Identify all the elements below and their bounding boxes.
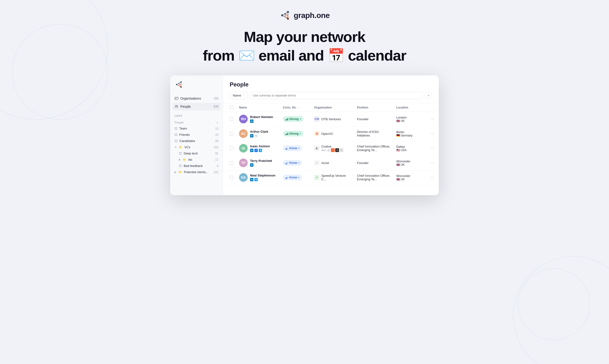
- drag-handle-icon: [179, 152, 182, 155]
- person-cell: RH Robert Heinlein in: [239, 115, 277, 123]
- row-checkbox[interactable]: [230, 132, 233, 136]
- facebook-icon[interactable]: f: [254, 149, 258, 152]
- org-name: SpeedUp Venture C...: [321, 174, 351, 181]
- list-item-candidates[interactable]: Candidates 59: [172, 138, 221, 144]
- add-filter-button[interactable]: +: [425, 92, 432, 99]
- drag-handle-icon: [175, 140, 178, 142]
- google-icon[interactable]: G: [254, 134, 258, 137]
- chevron-down-icon: ▼: [175, 146, 177, 148]
- connection-strength-icon: [285, 176, 288, 179]
- team-label: Team: [179, 127, 187, 130]
- position-cell: Founder: [354, 112, 393, 126]
- person-cell: TP Terry Pratchett in: [239, 158, 277, 167]
- th-conn-str[interactable]: Conn. Str. ↓: [280, 103, 311, 112]
- connection-strength-icon: [285, 147, 288, 150]
- city: Berlin: [396, 130, 423, 134]
- calendar-emoji-icon: 📅: [328, 48, 344, 64]
- more-options-button[interactable]: ···: [429, 145, 436, 151]
- org-name: Accel: [321, 161, 329, 165]
- more-options-button[interactable]: ···: [429, 160, 436, 166]
- more-options-button[interactable]: ···: [429, 174, 436, 181]
- organisations-label: Organisations: [180, 96, 201, 100]
- sidebar-item-organisations[interactable]: Organisations 153: [172, 95, 221, 102]
- filter-field-label: Name: [233, 94, 241, 97]
- filter-field-button[interactable]: Name ⌃: [230, 92, 248, 99]
- list-item-deep-tech[interactable]: Deep tech 81: [172, 150, 221, 156]
- person-cell: NS Neal Stephenson in𝕏: [239, 173, 277, 182]
- connection-label: Know: [289, 147, 297, 150]
- location-cell: Worcester 🇬🇧 UK: [393, 156, 426, 170]
- connection-strength-icon: [285, 117, 288, 120]
- drag-handle-icon: [179, 165, 182, 167]
- list-item-potential-clients[interactable]: ▶ 📁 Potential clients... 101: [172, 169, 221, 175]
- list-item-vcs[interactable]: ▼ 📁 VCs 101: [172, 144, 221, 150]
- list-item-team[interactable]: Team 12: [172, 126, 221, 131]
- org-cell: ◐ Coatue Also @ Y ◑ »: [314, 145, 351, 152]
- country: 🇬🇧 UK: [396, 119, 423, 123]
- connection-badge[interactable]: Know ▾: [283, 175, 302, 180]
- twitter-icon[interactable]: 𝕏: [254, 178, 258, 181]
- also-logo-1: Y: [331, 148, 335, 152]
- location-cell: Berlin 🇩🇪 Germany: [393, 126, 426, 141]
- vcs-count: 101: [214, 146, 218, 149]
- hero-title: Map your network: [203, 29, 406, 45]
- page-title: People: [230, 81, 432, 88]
- row-checkbox[interactable]: [230, 117, 233, 121]
- folder-icon: 📁: [178, 170, 182, 174]
- svg-point-22: [176, 105, 177, 106]
- select-all-checkbox[interactable]: [230, 106, 233, 109]
- filter-input[interactable]: [249, 92, 423, 99]
- also-logo-2: ◑: [335, 148, 339, 152]
- city: London: [396, 116, 423, 119]
- friends-count: 23: [215, 133, 218, 136]
- main-content: People Name ⌃ + Name Conn. Str.: [223, 76, 439, 195]
- lists-group-people: People +: [172, 120, 221, 126]
- more-options-button[interactable]: ···: [429, 130, 436, 137]
- city: Dallas: [396, 145, 423, 148]
- bad-feedback-label: Bad feedback: [184, 164, 203, 168]
- twitter-icon[interactable]: 𝕏: [259, 149, 262, 152]
- linkedin-icon[interactable]: in: [250, 163, 253, 167]
- connection-badge[interactable]: Know ▾: [283, 145, 302, 151]
- connection-badge[interactable]: Know ▾: [283, 160, 302, 166]
- person-name: Neal Stephenson: [250, 174, 275, 177]
- row-checkbox[interactable]: [230, 176, 233, 179]
- country: 🇬🇧 UK: [396, 178, 423, 181]
- etc-label: etc: [188, 158, 192, 161]
- th-name: Name: [236, 103, 280, 112]
- drag-handle-icon: [175, 134, 178, 136]
- connection-badge[interactable]: Strong ▾: [283, 116, 304, 122]
- row-checkbox[interactable]: [230, 147, 233, 150]
- person-links: inf𝕏: [250, 149, 270, 152]
- org-logo: ↗: [314, 175, 319, 180]
- more-options-button[interactable]: ···: [429, 116, 436, 122]
- potential-clients-label: Potential clients...: [184, 170, 208, 174]
- person-links: inG: [250, 134, 268, 137]
- connection-badge[interactable]: Strong ▾: [283, 131, 304, 136]
- list-item-bad-feedback[interactable]: Bad feedback 3: [172, 163, 221, 169]
- position-cell: Founder: [354, 156, 393, 170]
- lists-section: LISTS People + Team 12: [170, 111, 223, 175]
- list-item-friends[interactable]: Friends 23: [172, 132, 221, 138]
- sidebar: Organisations 153 People 839: [170, 76, 223, 195]
- org-logo: ⭕: [314, 131, 319, 136]
- list-item-etc[interactable]: ▶ 📁 etc 17: [172, 157, 221, 163]
- filter-bar: Name ⌃ +: [230, 92, 432, 99]
- position-cell: Chief Innovation Officer, Emerging Te...: [354, 170, 393, 185]
- org-cell: OTB OTB Ventures: [314, 116, 351, 122]
- potential-clients-count: 101: [214, 170, 218, 174]
- person-name: Isaac Asimov: [250, 144, 270, 148]
- linkedin-icon[interactable]: in: [250, 149, 253, 152]
- linkedin-icon[interactable]: in: [250, 178, 253, 181]
- app-window: Organisations 153 People 839: [170, 76, 439, 195]
- org-name: OpenVC: [321, 132, 333, 136]
- org-logo: ~: [314, 160, 319, 166]
- linkedin-icon[interactable]: in: [250, 119, 253, 123]
- sidebar-item-people[interactable]: People 839: [172, 103, 221, 110]
- add-list-icon[interactable]: +: [217, 121, 218, 125]
- table-row: NS Neal Stephenson in𝕏 Know ▾ ↗: [223, 170, 439, 185]
- people-label: People: [180, 105, 191, 108]
- row-checkbox[interactable]: [230, 161, 233, 165]
- people-count: 839: [214, 105, 218, 108]
- linkedin-icon[interactable]: in: [250, 134, 253, 137]
